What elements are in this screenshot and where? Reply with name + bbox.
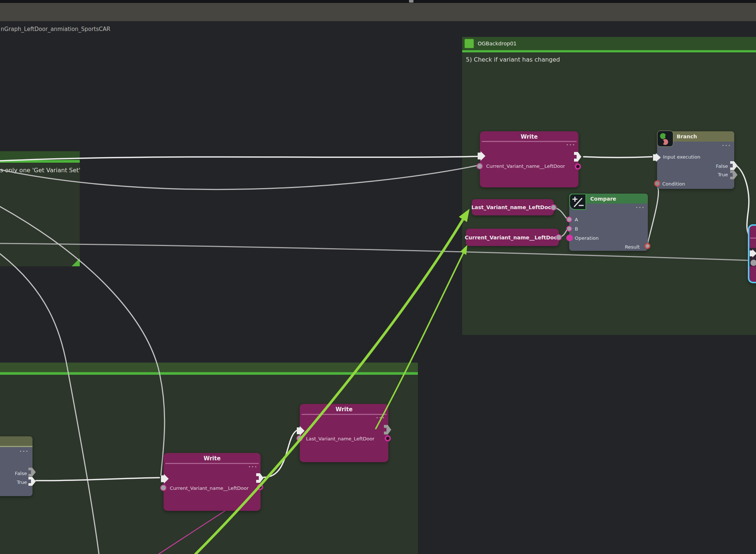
condition-label: Condition [662, 181, 685, 187]
exec-in-pin[interactable] [478, 151, 485, 161]
output-pin[interactable] [257, 484, 263, 490]
variable-pill-last[interactable]: Last_Variant_name_LeftDoor [472, 199, 554, 215]
output-pin[interactable] [385, 435, 391, 442]
output-pin[interactable] [556, 234, 562, 240]
input-pin-label: Last_Variant_name_LeftDoor [306, 436, 374, 442]
node-write-bottom1[interactable]: Write ••• Current_Variant_name__LeftDoor [164, 453, 261, 511]
exec-in-pin[interactable] [297, 426, 305, 436]
backdrop-resize-handle[interactable] [72, 258, 80, 266]
ellipsis-icon[interactable]: ••• [248, 465, 258, 469]
node-title: Compare [590, 196, 616, 202]
compare-icon [569, 194, 586, 210]
exec-in-pin[interactable] [161, 474, 169, 484]
node-title: Write [300, 406, 388, 413]
node-title: Branch [677, 134, 697, 139]
true-label: True [17, 479, 27, 485]
branch-icon [657, 131, 673, 147]
backdrop-ogbackdrop01-header[interactable]: OGBackdrop01 [462, 37, 756, 50]
ellipsis-icon[interactable]: ••• [722, 144, 731, 148]
node-write-bottom2[interactable]: Write ••• Last_Variant_name_LeftDoor [300, 404, 388, 462]
a-pin[interactable] [566, 217, 572, 222]
backdrop-title: OGBackdrop01 [478, 41, 516, 46]
output-pin[interactable] [550, 204, 557, 211]
variable-label: Current_Variant_name__LeftDoor [465, 235, 560, 240]
toolbar-strip [0, 3, 756, 21]
variable-pill-current[interactable]: Current_Variant_name__LeftDoor [466, 229, 559, 246]
ellipsis-icon[interactable]: ••• [20, 450, 29, 453]
b-pin[interactable] [566, 226, 572, 232]
result-label: Result [625, 244, 640, 250]
node-branch-bottom[interactable]: ••• False True [0, 436, 32, 496]
result-pin[interactable] [645, 243, 650, 249]
exec-in-pin[interactable] [653, 153, 661, 162]
node-write-top[interactable]: Write ••• Current_Variant_name__LeftDoor [480, 131, 578, 187]
ellipsis-icon[interactable]: ••• [376, 416, 385, 420]
node-selected-right[interactable] [748, 224, 756, 283]
input-pin[interactable] [160, 485, 166, 491]
input-pin-label: Current_Variant_name__LeftDoor [170, 485, 249, 491]
backdrop-ogbackdrop01-comment: 5) Check if variant has changed [466, 56, 560, 63]
node-branch[interactable]: Branch ••• Input execution False True Co… [657, 131, 734, 189]
backdrop-bottom-header[interactable] [0, 363, 418, 372]
top-tick-icon [409, 0, 413, 3]
node-title: Write [164, 455, 261, 462]
backdrop-left-header[interactable] [0, 151, 80, 160]
a-label: A [575, 217, 578, 222]
input-pin[interactable] [477, 163, 483, 169]
ellipsis-icon[interactable]: ••• [566, 143, 575, 147]
input-pin[interactable] [750, 260, 756, 266]
true-label: True [718, 172, 728, 177]
node-title: Write [480, 134, 578, 140]
output-pin[interactable] [575, 163, 581, 170]
operation-label: Operation [575, 235, 599, 241]
node-compare[interactable]: Compare ••• A B Operation Result [569, 194, 648, 251]
backdrop-left[interactable]: s only one 'Get Variant Set' [0, 151, 80, 266]
window-top-bar [0, 0, 756, 3]
b-label: B [575, 226, 578, 232]
graph-name-label: nGraph_LeftDoor_anmiation_SportsCAR [1, 26, 110, 32]
false-label: False [15, 471, 27, 476]
variable-label: Last_Variant_name_LeftDoor [471, 204, 554, 210]
input-pin-label: Current_Variant_name__LeftDoor [486, 163, 565, 169]
false-label: False [716, 163, 728, 169]
input-exec-label: Input execution [663, 154, 700, 160]
ellipsis-icon[interactable]: ••• [636, 206, 645, 210]
condition-pin[interactable] [654, 180, 660, 187]
input-pin[interactable] [296, 435, 303, 442]
backdrop-left-comment: s only one 'Get Variant Set' [0, 167, 80, 174]
operation-pin[interactable] [566, 235, 573, 241]
backdrop-color-icon[interactable] [464, 39, 474, 48]
